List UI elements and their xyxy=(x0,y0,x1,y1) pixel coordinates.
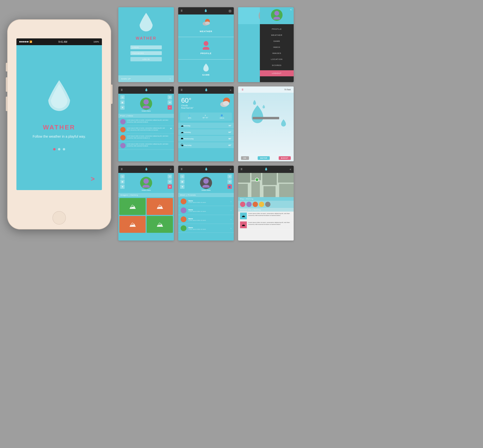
back-icon[interactable]: < xyxy=(170,89,171,92)
game-boost-button[interactable]: BOOST xyxy=(279,156,291,160)
svg-point-17 xyxy=(202,185,210,188)
next-arrow[interactable]: > xyxy=(91,175,95,183)
chat-icon[interactable]: ☰ xyxy=(168,174,172,179)
mountain-icon-4: ⛰ xyxy=(156,221,163,228)
svg-point-2 xyxy=(205,22,210,25)
grid-icon[interactable]: ⠿ xyxy=(181,89,183,92)
msg-text-4: Lorem ipsum dolor sit amet, consectetur … xyxy=(127,143,172,147)
nav-item-weather[interactable]: WEATHER xyxy=(260,32,294,38)
friend-row-1[interactable]: Name Lorem ipsum dolor sit amet › xyxy=(178,197,234,206)
weather-description-1: Clouds xyxy=(181,104,194,107)
wind-icon: 🌀 xyxy=(221,114,223,116)
grid-icon[interactable]: ⠿ xyxy=(121,89,123,92)
friends-icon[interactable]: 👥 xyxy=(227,184,232,189)
expand-icon[interactable]: ⊡ xyxy=(229,9,231,13)
gallery-item-2[interactable]: ⛰ xyxy=(147,198,173,215)
photo-icon[interactable]: ⊞ xyxy=(168,179,172,184)
msg-text-2: Lorem ipsum dolor sit amet, consectetur … xyxy=(127,127,168,131)
friends-profile-avatar xyxy=(200,177,212,189)
gallery-item-3[interactable]: ⛰ xyxy=(119,216,146,233)
wind-stat: 🌀 10m/s xyxy=(219,114,224,119)
profile-avatar xyxy=(140,97,152,110)
settings-icon[interactable]: ⊡ xyxy=(180,174,185,179)
back-icon[interactable]: < xyxy=(230,168,231,171)
nav-logout-button[interactable]: LOGOUT xyxy=(260,70,294,76)
svg-point-14 xyxy=(144,178,149,184)
image-icon[interactable]: ▦ xyxy=(120,100,125,104)
login-button[interactable]: LOG IN xyxy=(130,57,162,61)
nav-item-inbox[interactable]: INBOX xyxy=(260,44,294,50)
plus-icon[interactable]: ✚ xyxy=(120,184,125,189)
nav-item-location[interactable]: LOCATION xyxy=(260,56,294,62)
dot-1 xyxy=(53,148,56,151)
password-field[interactable]: PASSWORD xyxy=(130,51,162,55)
map-person-4 xyxy=(259,202,264,207)
chat-icon[interactable]: ☰ xyxy=(168,95,172,99)
settings-icon[interactable]: ⊡ xyxy=(120,174,125,179)
back-icon[interactable]: < xyxy=(230,89,231,92)
nav-profile-area: < xyxy=(260,7,294,24)
forecast-wednesday: 🌧 Wednesday 58° xyxy=(178,136,234,142)
pause-icon[interactable]: ⏸ xyxy=(241,88,244,91)
signup-label[interactable]: SIGN UP xyxy=(121,78,131,80)
friend-row-4[interactable]: Name Lorem ipsum dolor sit amet › xyxy=(178,224,234,233)
back-icon[interactable]: < xyxy=(170,168,171,171)
settings-icon[interactable]: ⊡ xyxy=(120,95,125,99)
photo-icon[interactable]: ⊞ xyxy=(227,179,232,184)
gallery-item-1[interactable]: ⛰ xyxy=(119,198,146,215)
map-block-8 xyxy=(279,184,294,197)
grid-icon[interactable]: ⠿ xyxy=(121,168,123,171)
grid-icon[interactable]: ⠿ xyxy=(181,168,183,171)
login-drop-icon xyxy=(138,12,154,34)
menu-header-bar: ⠿ ⊡ xyxy=(178,7,234,15)
friend-row-2[interactable]: Name Lorem ipsum dolor sit amet › xyxy=(178,206,234,215)
menu-game-section[interactable]: GAME xyxy=(178,59,234,82)
gallery-item-4[interactable]: ⛰ xyxy=(147,216,173,233)
plus-icon[interactable]: ✚ xyxy=(120,105,125,110)
inbox-message-1: Lorem ipsum dolor sit amet, consectetur … xyxy=(118,118,174,126)
back-icon[interactable]: < xyxy=(290,168,291,171)
gallery-icon[interactable]: ⊞ xyxy=(168,184,172,189)
friend-name-1: Name xyxy=(188,200,231,202)
svg-point-15 xyxy=(143,185,150,188)
friend-row-3[interactable]: Name Lorem ipsum dolor sit amet › xyxy=(178,215,234,224)
image-icon[interactable]: ▦ xyxy=(120,179,125,184)
friend-arrow-4: › xyxy=(231,227,231,230)
plus-icon[interactable]: ✚ xyxy=(180,184,185,189)
nav-item-scores[interactable]: SCORES xyxy=(260,62,294,68)
grid-icon[interactable]: ⠿ xyxy=(181,9,183,13)
game-ok-button[interactable]: OK xyxy=(241,156,249,160)
weather-description-2: Real feel 66° xyxy=(181,107,194,109)
login-field[interactable]: LOGIN xyxy=(130,45,162,49)
map-shared-text-2: Lorem ipsum dolor sit amet, consectetur … xyxy=(248,222,292,225)
back-arrow-icon[interactable]: < xyxy=(290,8,292,11)
nav-item-images[interactable]: IMAGES xyxy=(260,50,294,56)
map-shared-icon-1: ⛰ xyxy=(240,213,247,219)
signup-arrow[interactable]: > xyxy=(169,78,171,80)
photo-icon[interactable]: ⊞ xyxy=(168,100,172,104)
phone-home-button[interactable] xyxy=(52,211,66,224)
tuesday-temp: 64° xyxy=(228,131,231,133)
phone-mockup: 📶 9:41 AM 100% xyxy=(7,19,111,229)
friend-arrow-2: › xyxy=(231,209,231,212)
nav-item-profile[interactable]: PROFILE xyxy=(260,26,294,32)
gallery-grid: ⛰ ⛰ ⛰ ⛰ xyxy=(118,197,174,234)
menu-profile-section[interactable]: PROFILE xyxy=(178,37,234,60)
game-water-button[interactable]: WATER xyxy=(258,156,270,160)
chat-icon[interactable]: ☰ xyxy=(227,174,232,179)
inbox-message-2: Lorem ipsum dolor sit amet, consectetur … xyxy=(118,126,174,134)
nav-item-game[interactable]: GAME xyxy=(260,38,294,44)
weather-temperature: 60° xyxy=(181,96,194,104)
friend-avatar-2 xyxy=(181,208,186,213)
grid-icon[interactable]: ⠿ xyxy=(241,168,242,171)
menu-weather-section[interactable]: WEATHER xyxy=(178,15,234,37)
map-block-4 xyxy=(278,173,294,183)
drop-icon xyxy=(145,167,148,171)
weather-stats-row: 💧 40% 🌡 60°·70° 🌀 10m/s xyxy=(180,112,232,121)
friend-info-4: Name Lorem ipsum dolor sit amet xyxy=(188,227,231,230)
friend-sub-1: Lorem ipsum dolor sit amet xyxy=(188,202,231,203)
location-icon[interactable]: + xyxy=(168,105,172,110)
image-icon[interactable]: ▦ xyxy=(180,179,185,184)
drop-icon xyxy=(205,9,207,13)
friend-info-1: Name Lorem ipsum dolor sit amet xyxy=(188,200,231,203)
